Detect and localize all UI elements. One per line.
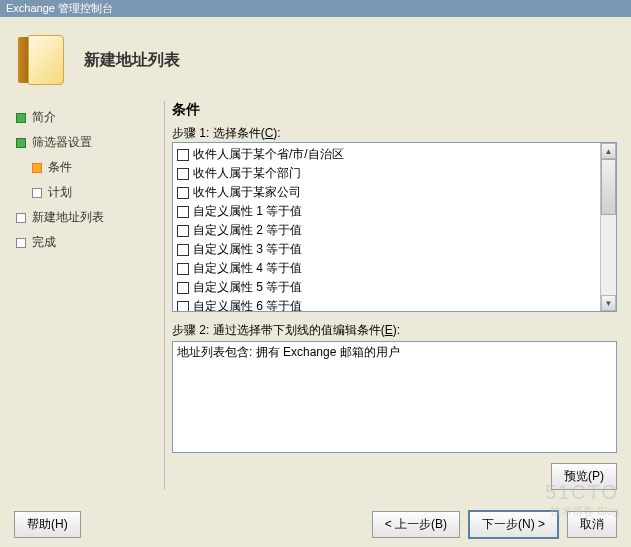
step-finish: 完成 [14,230,158,255]
step-conditions: 条件 [30,155,158,180]
content-area: 新建地址列表 简介 筛选器设置 条件 计划 新建地址列表 完成 条件 步骤 1:… [0,17,631,547]
bullet-icon [32,163,42,173]
checkbox-icon[interactable] [177,263,189,275]
section-title: 条件 [172,101,617,119]
condition-label: 自定义属性 2 等于值 [193,222,302,239]
description-text: 地址列表包含: 拥有 Exchange 邮箱的用户 [177,345,400,359]
condition-item[interactable]: 自定义属性 4 等于值 [177,259,596,278]
main-panel: 条件 步骤 1: 选择条件(C): 收件人属于某个省/市/自治区收件人属于某个部… [172,101,617,490]
step-create: 新建地址列表 [14,205,158,230]
step1-label: 步骤 1: 选择条件(C): [172,125,617,142]
condition-label: 收件人属于某家公司 [193,184,301,201]
wizard-window: Exchange 管理控制台 新建地址列表 简介 筛选器设置 条件 计划 新建地… [0,0,631,547]
page-title: 新建地址列表 [84,50,180,71]
condition-item[interactable]: 自定义属性 1 等于值 [177,202,596,221]
conditions-list: 收件人属于某个省/市/自治区收件人属于某个部门收件人属于某家公司自定义属性 1 … [173,143,600,311]
condition-item[interactable]: 收件人属于某个省/市/自治区 [177,145,596,164]
bullet-icon [32,188,42,198]
condition-item[interactable]: 自定义属性 5 等于值 [177,278,596,297]
checkbox-icon[interactable] [177,225,189,237]
checkbox-icon[interactable] [177,301,189,312]
help-button[interactable]: 帮助(H) [14,511,81,538]
step-filter-settings: 筛选器设置 [14,130,158,155]
condition-item[interactable]: 收件人属于某家公司 [177,183,596,202]
step-label: 新建地址列表 [32,209,104,226]
wizard-body: 简介 筛选器设置 条件 计划 新建地址列表 完成 条件 步骤 1: 选择条件(C… [14,101,617,490]
checkbox-icon[interactable] [177,149,189,161]
address-book-icon [18,35,64,85]
window-title: Exchange 管理控制台 [6,2,113,14]
wizard-steps-sidebar: 简介 筛选器设置 条件 计划 新建地址列表 完成 [14,101,158,490]
step-label: 完成 [32,234,56,251]
next-button[interactable]: 下一步(N) > [468,510,559,539]
bullet-icon [16,238,26,248]
scroll-track[interactable] [601,159,616,295]
condition-label: 自定义属性 5 等于值 [193,279,302,296]
checkbox-icon[interactable] [177,168,189,180]
conditions-listbox[interactable]: 收件人属于某个省/市/自治区收件人属于某个部门收件人属于某家公司自定义属性 1 … [172,142,617,312]
step-intro: 简介 [14,105,158,130]
step-label: 条件 [48,159,72,176]
title-bar: Exchange 管理控制台 [0,0,631,17]
condition-item[interactable]: 自定义属性 3 等于值 [177,240,596,259]
step-schedule: 计划 [30,180,158,205]
wizard-footer: 帮助(H) < 上一步(B) 下一步(N) > 取消 [14,510,617,539]
condition-label: 收件人属于某个省/市/自治区 [193,146,344,163]
condition-label: 自定义属性 1 等于值 [193,203,302,220]
step-label: 简介 [32,109,56,126]
scroll-thumb[interactable] [601,159,616,215]
scrollbar[interactable]: ▲ ▼ [600,143,616,311]
preview-button[interactable]: 预览(P) [551,463,617,490]
description-box[interactable]: 地址列表包含: 拥有 Exchange 邮箱的用户 [172,341,617,453]
step2-label: 步骤 2: 通过选择带下划线的值编辑条件(E): [172,322,617,339]
condition-item[interactable]: 自定义属性 2 等于值 [177,221,596,240]
scroll-down-button[interactable]: ▼ [601,295,616,311]
condition-label: 自定义属性 3 等于值 [193,241,302,258]
bullet-icon [16,213,26,223]
checkbox-icon[interactable] [177,206,189,218]
back-button[interactable]: < 上一步(B) [372,511,460,538]
checkbox-icon[interactable] [177,244,189,256]
condition-item[interactable]: 收件人属于某个部门 [177,164,596,183]
condition-item[interactable]: 自定义属性 6 等于值 [177,297,596,311]
scroll-up-button[interactable]: ▲ [601,143,616,159]
step-label: 筛选器设置 [32,134,92,151]
condition-label: 自定义属性 6 等于值 [193,298,302,311]
checkbox-icon[interactable] [177,282,189,294]
bullet-icon [16,138,26,148]
divider [164,101,165,490]
wizard-header: 新建地址列表 [14,27,617,101]
checkbox-icon[interactable] [177,187,189,199]
cancel-button[interactable]: 取消 [567,511,617,538]
condition-label: 收件人属于某个部门 [193,165,301,182]
step-label: 计划 [48,184,72,201]
condition-label: 自定义属性 4 等于值 [193,260,302,277]
bullet-icon [16,113,26,123]
